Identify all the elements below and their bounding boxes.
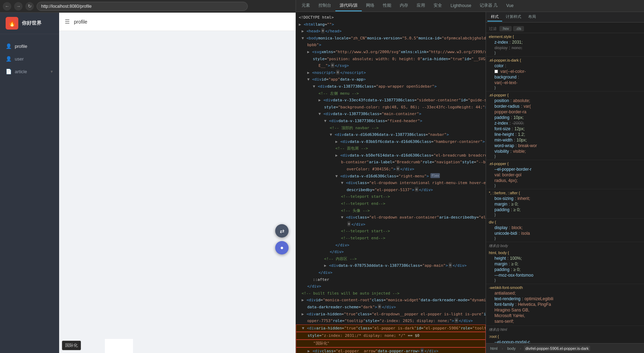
html-line: ▶<head>⊞</head> xyxy=(296,28,486,35)
devtools-panel: 元素 控制台 源代码/源 网络 性能 内存 应用 安全 Lighthouse 记… xyxy=(296,0,644,353)
css-prop: padding xyxy=(494,267,510,272)
breadcrumb-el-popper[interactable]: div#el-popper-5906.el-popper.is-dark xyxy=(524,346,590,351)
css-prop: word-wrap xyxy=(494,143,514,148)
css-val: 2031; xyxy=(512,40,523,45)
html-line: ▼<div data-v-d16d6306 class="right-menu"… xyxy=(296,173,486,180)
tab-styles[interactable]: 样式 xyxy=(487,13,502,21)
devtools-tab-sources[interactable]: 源代码/源 xyxy=(335,0,362,11)
ai-assistant-button[interactable]: ● xyxy=(275,241,289,254)
html-line: opper-7753" role="tooltip" style="z-inde… xyxy=(296,317,486,324)
sidebar: 🔥 你好世界 👤 profile 👤 user 📄 article ▼ xyxy=(0,13,59,353)
css-prop: background xyxy=(494,75,517,80)
devtools-tab-lighthouse[interactable]: Lighthouse xyxy=(446,1,475,11)
css-prop: display xyxy=(494,45,507,50)
nav-refresh-button[interactable]: ↻ xyxy=(25,2,34,11)
css-section-universal: *, ::before, ::after { box-sizing: inher… xyxy=(486,189,644,219)
devtools-tab-elements[interactable]: 元素 xyxy=(297,0,314,11)
css-rule: Hiragino Sans GB, xyxy=(489,307,641,313)
html-line: ▶<div data-v-078753dd data-v-13877386 cl… xyxy=(296,262,486,269)
nav-forward-button[interactable]: → xyxy=(14,2,23,11)
devtools-panels: <!DOCTYPE html> ▶<html lang=""> ▶<head>⊞… xyxy=(296,12,644,353)
css-prop: line-height xyxy=(494,132,514,137)
css-rule: border-radius: var( xyxy=(489,103,641,109)
css-rule: background : xyxy=(489,74,641,80)
css-rule: visibility: visible; xyxy=(489,149,641,154)
devtools-tab-network[interactable]: 网络 xyxy=(362,0,379,11)
html-line: <!-- 面包屑 --> xyxy=(296,145,486,152)
css-rule: val: border-gol xyxy=(489,172,641,178)
sidebar-item-article[interactable]: 📄 article ▼ xyxy=(0,65,59,78)
breadcrumb-body[interactable]: body xyxy=(506,346,517,351)
nav-back-button[interactable]: ← xyxy=(3,2,11,11)
floating-buttons: ⇄ ● xyxy=(275,224,289,254)
html-line: ▼<div class="el-dropdown avatar-containe… xyxy=(296,214,486,221)
css-val: Hiragino Sans GB, xyxy=(494,308,529,313)
css-rule: unicode-bidi: isola xyxy=(489,231,641,236)
html-panel[interactable]: <!DOCTYPE html> ▶<html lang=""> ▶<head>⊞… xyxy=(296,12,486,353)
css-selector: :root { xyxy=(489,334,641,339)
css-rule: height: 100%; xyxy=(489,256,641,261)
css-rule: display : none; xyxy=(489,45,641,51)
css-filter-cls[interactable]: .cls xyxy=(513,26,524,31)
html-line: ▼<div id="app" data-v-app> xyxy=(296,76,486,83)
html-line: ▼<div data-v-13877386 class="app-wrapper… xyxy=(296,83,486,90)
css-filter-bar: 过滤 :hov .cls xyxy=(486,25,644,33)
html-line-highlighted: "国际化" xyxy=(296,340,486,347)
devtools-tab-vue[interactable]: Vue xyxy=(502,1,518,11)
css-rule: line-height: 1.2; xyxy=(489,132,641,137)
html-line: b-container" aria-label="Breadcrumb" rol… xyxy=(296,159,486,166)
css-val: var(--el-text- xyxy=(494,80,517,85)
html-line: ▶<svg xmlns="http://www.w3.org/2000/svg"… xyxy=(296,49,486,56)
html-line: ▼<div data-v-d16d6306 data-v-13877386 cl… xyxy=(296,131,486,138)
address-bar[interactable]: http://localhost:8080/profile xyxy=(37,2,248,11)
css-val: popper-border-ra xyxy=(494,109,526,114)
logo-text: 你好世界 xyxy=(22,20,42,26)
devtools-tab-performance[interactable]: 性能 xyxy=(379,0,396,11)
css-val: val: border-gol xyxy=(494,172,522,177)
html-line: ▶<noscript>⊞</noscript> xyxy=(296,69,486,76)
css-rule: box-sizing: inherit; xyxy=(489,196,641,201)
css-selector: div { xyxy=(489,220,641,224)
sidebar-item-user[interactable]: 👤 user xyxy=(0,52,59,65)
main-layout: 🔥 你好世界 👤 profile 👤 user 📄 article ▼ ☰ pr… xyxy=(0,13,644,353)
css-section-el-popper-var: .el-popper { --el-popper-border-r val: b… xyxy=(486,160,644,189)
tab-computed[interactable]: 计算样式 xyxy=(502,13,525,21)
css-val: var( xyxy=(524,104,531,109)
devtools-tab-application[interactable]: 应用 xyxy=(412,0,429,11)
css-rule: Microsoft YaHei, xyxy=(489,313,641,319)
html-line: </div> xyxy=(296,248,486,256)
css-rule: var(--el-color- xyxy=(489,69,641,74)
css-prop: font-size xyxy=(494,126,510,131)
css-filter-hov[interactable]: :hov xyxy=(499,26,512,31)
hamburger-icon[interactable]: ☰ xyxy=(65,18,70,25)
css-prop: visibility xyxy=(494,149,509,154)
css-rule: font-family: Helvetica, PingFa xyxy=(489,302,641,307)
color-swatch xyxy=(494,70,498,73)
html-line: <!-- built files will be auto injected -… xyxy=(296,290,486,297)
translate-button[interactable]: ⇄ xyxy=(275,224,289,238)
css-val: ≥ 0; xyxy=(511,202,518,207)
tab-layout[interactable]: 布局 xyxy=(525,13,539,21)
devtools-tab-recorder[interactable]: 记录器 几 xyxy=(475,0,502,11)
devtools-tabs: 元素 控制台 源代码/源 网络 性能 内存 应用 安全 Lighthouse 记… xyxy=(296,0,644,12)
user-icon: 👤 xyxy=(6,56,11,62)
white-box xyxy=(105,339,133,353)
breadcrumb: profile xyxy=(74,19,87,25)
devtools-tab-security[interactable]: 安全 xyxy=(429,0,446,11)
sidebar-item-profile[interactable]: 👤 profile xyxy=(0,40,59,52)
breadcrumb-html[interactable]: html xyxy=(489,346,499,351)
css-section-element-style: element.style { z-index : 2031; display … xyxy=(486,33,644,57)
css-val: visible; xyxy=(513,149,526,154)
css-rule: z-index: -2000; xyxy=(489,120,641,126)
right-panel-tabs: 样式 计算样式 布局 xyxy=(486,12,644,23)
devtools-tab-console[interactable]: 控制台 xyxy=(314,0,335,11)
html-line: ▶<div id="monica-content-root" class="mo… xyxy=(296,297,486,304)
sidebar-logo[interactable]: 🔥 你好世界 xyxy=(0,13,59,34)
css-val: break-wor xyxy=(518,143,537,148)
css-selector: *, ::before, ::after { xyxy=(489,191,641,195)
css-val: antialiased; xyxy=(494,291,516,296)
css-selector: .el-popper.is-dark { xyxy=(489,58,641,62)
devtools-tab-memory[interactable]: 内存 xyxy=(396,0,412,11)
css-section-body: html, body { height: 100%; margin: ≥ 0; … xyxy=(486,249,644,284)
css-rule: font-size: 12px; xyxy=(489,126,641,132)
